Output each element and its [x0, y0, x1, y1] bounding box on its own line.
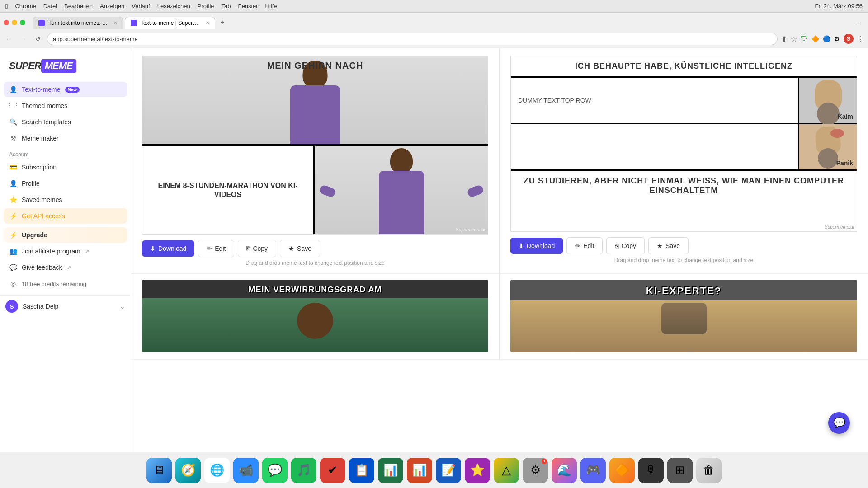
- share-icon[interactable]: ⬆: [781, 35, 787, 43]
- menu-fenster[interactable]: Fenster: [238, 3, 258, 9]
- dock-item-trello[interactable]: 📋: [349, 458, 374, 483]
- extension-icon-3[interactable]: ⚙: [834, 35, 840, 42]
- meme1-edit-button[interactable]: ✏ Edit: [198, 240, 234, 257]
- bookmark-icon[interactable]: ☆: [791, 35, 797, 43]
- tab1-close[interactable]: ✕: [113, 20, 117, 25]
- dock-item-discord[interactable]: 🎮: [580, 458, 606, 483]
- sidebar-item-profile[interactable]: 👤 Profile: [4, 176, 127, 191]
- settings-badge: 1: [542, 459, 547, 464]
- meme1-copy-button[interactable]: ⎘ Copy: [238, 240, 276, 257]
- dock-item-word[interactable]: 📝: [436, 458, 461, 483]
- themed-memes-label: Themed memes: [22, 102, 67, 109]
- meme-card-3: MEIN VERWIRRUNGSGRAD AM: [131, 274, 500, 360]
- credits-label: 18 free credits remaining: [22, 281, 86, 287]
- saved-memes-label: Saved memes: [22, 196, 62, 203]
- sidebar-item-meme-maker[interactable]: ⚒ Meme maker: [4, 131, 127, 146]
- meme2-save-button[interactable]: ★ Save: [648, 237, 689, 254]
- menu-profile[interactable]: Profile: [198, 3, 214, 9]
- browser-tab-1[interactable]: Turn text into memes. Genera... ✕: [33, 17, 123, 29]
- title-bar:  Chrome Datei Bearbeiten Anzeigen Verla…: [0, 0, 868, 13]
- close-window-btn[interactable]: [4, 20, 9, 25]
- dock-item-powerpoint[interactable]: 📊: [407, 458, 432, 483]
- forward-button[interactable]: →: [18, 33, 29, 44]
- meme1-save-button[interactable]: ★ Save: [280, 240, 320, 257]
- menu-chrome[interactable]: Chrome: [15, 3, 36, 9]
- meme2-edit-button[interactable]: ✏ Edit: [566, 237, 603, 254]
- minimize-window-btn[interactable]: [12, 20, 17, 25]
- tab-strip-more[interactable]: ⋯: [853, 18, 864, 28]
- meme2-copy-button[interactable]: ⎘ Copy: [606, 237, 645, 254]
- arc-icon: 🌊: [557, 463, 571, 477]
- tab1-title: Turn text into memes. Genera...: [48, 20, 110, 26]
- meme2-top-text: ICH BEHAUPTE HABE, KÜNSTLICHE INTELLIGEN…: [518, 61, 849, 71]
- apple-logo[interactable]: : [5, 2, 8, 10]
- user-row[interactable]: S Sascha Delp ⌄: [0, 295, 131, 317]
- dock-item-spotify[interactable]: 🎵: [291, 458, 316, 483]
- menu-tab[interactable]: Tab: [222, 3, 231, 9]
- dock-item-arc[interactable]: 🌊: [552, 458, 577, 483]
- menu-bearbeiten[interactable]: Bearbeiten: [64, 3, 93, 9]
- sidebar-item-themed-memes[interactable]: ⋮⋮ Themed memes: [4, 98, 127, 113]
- save-icon: ★: [288, 245, 294, 252]
- dock-item-notchmeister[interactable]: ⭐: [465, 458, 490, 483]
- meme1-download-button[interactable]: ⬇ Download: [142, 240, 194, 257]
- dock-item-spaces[interactable]: ⊞: [667, 458, 693, 483]
- address-bar-row: ← → ↺ app.supermeme.ai/text-to-meme ⬆ ☆ …: [0, 30, 868, 48]
- profile-icon: 👤: [9, 179, 17, 188]
- dock-item-todoist[interactable]: ✔: [320, 458, 345, 483]
- sidebar-item-search-templates[interactable]: 🔍 Search templates: [4, 114, 127, 130]
- meme1-bottom-left: EINEM 8-STUNDEN-MARATHON VON KI-VIDEOS: [142, 146, 315, 234]
- dock-item-alfred[interactable]: 🔶: [609, 458, 635, 483]
- give-feedback-link[interactable]: 💬 Give feedback ↗: [4, 260, 127, 275]
- dock-item-finder[interactable]: 🖥: [146, 458, 172, 483]
- feedback-label: Give feedback: [22, 264, 62, 271]
- meme1-bottom-panel: EINEM 8-STUNDEN-MARATHON VON KI-VIDEOS: [142, 146, 488, 234]
- user-chevron-icon: ⌄: [120, 303, 125, 310]
- chat-bubble-button[interactable]: 💬: [828, 412, 850, 434]
- join-affiliate-link[interactable]: 👥 Join affiliate program ↗: [4, 244, 127, 259]
- dock-item-whatsapp[interactable]: 💬: [262, 458, 288, 483]
- menu-datei[interactable]: Datei: [43, 3, 57, 9]
- menu-lesezeichen[interactable]: Lesezeichen: [157, 3, 190, 9]
- sidebar-logo: SUPER MEME: [0, 56, 131, 82]
- sound-icon: 🎙: [645, 463, 657, 477]
- upgrade-button[interactable]: ⚡ Upgrade: [4, 227, 127, 243]
- tab2-close[interactable]: ✕: [206, 20, 209, 25]
- alfred-icon: 🔶: [615, 463, 629, 477]
- new-tab-button[interactable]: +: [217, 17, 228, 28]
- url-text: app.supermeme.ai/text-to-meme: [53, 36, 138, 42]
- sidebar-item-subscription[interactable]: 💳 Subscription: [4, 160, 127, 175]
- sidebar-item-text-to-meme[interactable]: 👤 Text-to-meme New: [4, 82, 127, 97]
- reload-button[interactable]: ↺: [33, 33, 43, 44]
- dock-item-trash[interactable]: 🗑: [696, 458, 722, 483]
- more-menu-icon[interactable]: ⋮: [857, 35, 864, 43]
- meme2-download-button[interactable]: ⬇ Download: [510, 238, 563, 254]
- dock-item-sound[interactable]: 🎙: [638, 458, 664, 483]
- meme2-image-container: ICH BEHAUPTE HABE, KÜNSTLICHE INTELLIGEN…: [510, 56, 857, 232]
- menu-anzeigen[interactable]: Anzeigen: [100, 3, 124, 9]
- menu-verlauf[interactable]: Verlauf: [132, 3, 150, 9]
- download2-icon: ⬇: [519, 242, 524, 249]
- dock-item-settings[interactable]: ⚙ 1: [523, 458, 548, 483]
- fullscreen-window-btn[interactable]: [20, 20, 25, 25]
- menu-hilfe[interactable]: Hilfe: [265, 3, 277, 9]
- sidebar-item-saved-memes[interactable]: ⭐ Saved memes: [4, 192, 127, 207]
- dock-item-gdrive[interactable]: △: [494, 458, 519, 483]
- meme1-watermark: Supermeme.ai: [456, 227, 485, 232]
- excel-icon: 📊: [383, 463, 398, 477]
- profile-avatar-browser[interactable]: S: [844, 34, 854, 44]
- back-button[interactable]: ←: [4, 33, 14, 44]
- system-clock: Fr. 24. März 09:56: [815, 3, 863, 9]
- dock-item-chrome[interactable]: 🌐: [204, 458, 230, 483]
- dock-item-safari[interactable]: 🧭: [175, 458, 201, 483]
- sidebar-item-api-access[interactable]: ⚡ Get API access: [4, 208, 127, 224]
- panik-label: Panik: [836, 160, 853, 167]
- extension-icon-2[interactable]: 🔵: [823, 35, 830, 42]
- extension-icon-shield[interactable]: 🛡: [801, 35, 808, 43]
- browser-tab-2[interactable]: Text-to-meme | Supermeme.ai ✕: [125, 17, 215, 29]
- dock-item-zoom[interactable]: 📹: [233, 458, 259, 483]
- address-bar[interactable]: app.supermeme.ai/text-to-meme: [47, 33, 778, 45]
- dock-item-excel[interactable]: 📊: [378, 458, 403, 483]
- extension-icon-1[interactable]: 🔶: [811, 35, 819, 42]
- meme2-kalm-row: DUMMY TEXT TOP ROW Kalm: [511, 78, 857, 124]
